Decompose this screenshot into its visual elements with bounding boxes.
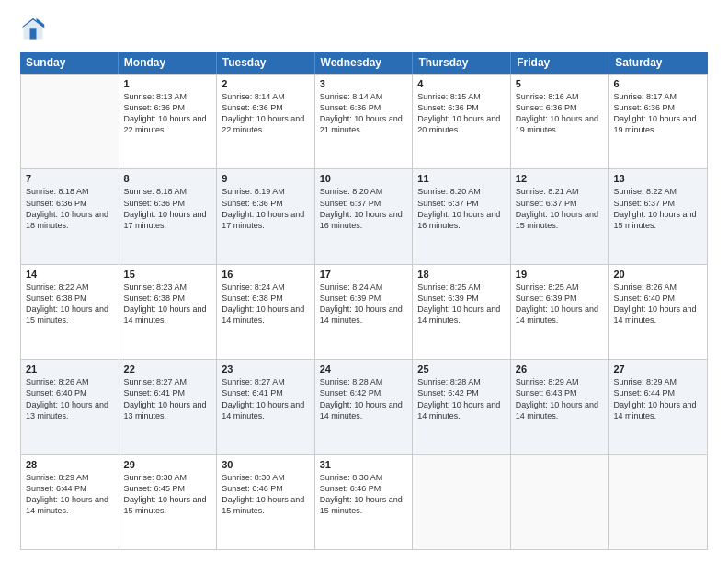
day-info: Sunrise: 8:25 AM Sunset: 6:39 PM Dayligh… xyxy=(417,282,506,327)
day-info: Sunrise: 8:24 AM Sunset: 6:38 PM Dayligh… xyxy=(222,282,310,327)
day-number: 26 xyxy=(516,363,604,374)
day-cell-2: 2Sunrise: 8:14 AM Sunset: 6:36 PM Daylig… xyxy=(217,75,315,168)
day-info: Sunrise: 8:18 AM Sunset: 6:36 PM Dayligh… xyxy=(26,186,114,231)
day-cell-21: 21Sunrise: 8:26 AM Sunset: 6:40 PM Dayli… xyxy=(21,360,119,454)
day-cell-19: 19Sunrise: 8:25 AM Sunset: 6:39 PM Dayli… xyxy=(511,265,609,359)
day-cell-20: 20Sunrise: 8:26 AM Sunset: 6:40 PM Dayli… xyxy=(609,265,707,359)
day-number: 11 xyxy=(417,173,506,184)
day-cell-14: 14Sunrise: 8:22 AM Sunset: 6:38 PM Dayli… xyxy=(21,265,119,359)
calendar-body: 1Sunrise: 8:13 AM Sunset: 6:36 PM Daylig… xyxy=(20,74,708,550)
weekday-header-friday: Friday xyxy=(511,52,609,74)
svg-rect-4 xyxy=(30,28,37,39)
empty-cell-4-4 xyxy=(413,455,511,549)
empty-cell-0-0 xyxy=(21,75,119,168)
weekday-header-thursday: Thursday xyxy=(413,52,511,74)
day-cell-4: 4Sunrise: 8:15 AM Sunset: 6:36 PM Daylig… xyxy=(413,75,511,168)
logo xyxy=(20,17,50,42)
day-info: Sunrise: 8:20 AM Sunset: 6:37 PM Dayligh… xyxy=(417,186,506,231)
page-header xyxy=(20,17,708,42)
day-cell-30: 30Sunrise: 8:30 AM Sunset: 6:46 PM Dayli… xyxy=(217,455,315,549)
day-number: 5 xyxy=(516,78,604,89)
day-number: 23 xyxy=(222,363,310,374)
day-info: Sunrise: 8:27 AM Sunset: 6:41 PM Dayligh… xyxy=(222,376,310,421)
day-number: 9 xyxy=(222,173,310,184)
day-info: Sunrise: 8:18 AM Sunset: 6:36 PM Dayligh… xyxy=(124,186,212,231)
day-cell-27: 27Sunrise: 8:29 AM Sunset: 6:44 PM Dayli… xyxy=(609,360,707,454)
day-number: 3 xyxy=(320,78,408,89)
day-number: 18 xyxy=(417,269,506,280)
day-cell-5: 5Sunrise: 8:16 AM Sunset: 6:36 PM Daylig… xyxy=(511,75,609,168)
day-cell-13: 13Sunrise: 8:22 AM Sunset: 6:37 PM Dayli… xyxy=(609,169,707,263)
weekday-header-wednesday: Wednesday xyxy=(315,52,414,74)
day-number: 24 xyxy=(320,363,408,374)
weekday-header-sunday: Sunday xyxy=(20,52,119,74)
day-cell-23: 23Sunrise: 8:27 AM Sunset: 6:41 PM Dayli… xyxy=(217,360,315,454)
day-number: 17 xyxy=(320,269,408,280)
calendar-row-0: 1Sunrise: 8:13 AM Sunset: 6:36 PM Daylig… xyxy=(21,74,707,168)
day-number: 30 xyxy=(222,459,310,470)
day-info: Sunrise: 8:30 AM Sunset: 6:45 PM Dayligh… xyxy=(124,472,212,517)
day-number: 22 xyxy=(124,363,212,374)
calendar-row-1: 7Sunrise: 8:18 AM Sunset: 6:36 PM Daylig… xyxy=(21,168,707,263)
calendar-row-3: 21Sunrise: 8:26 AM Sunset: 6:40 PM Dayli… xyxy=(21,359,707,454)
logo-icon xyxy=(20,17,46,42)
day-info: Sunrise: 8:30 AM Sunset: 6:46 PM Dayligh… xyxy=(222,472,310,517)
day-info: Sunrise: 8:28 AM Sunset: 6:42 PM Dayligh… xyxy=(320,376,408,421)
day-cell-12: 12Sunrise: 8:21 AM Sunset: 6:37 PM Dayli… xyxy=(511,169,609,263)
day-number: 14 xyxy=(26,269,114,280)
day-cell-17: 17Sunrise: 8:24 AM Sunset: 6:39 PM Dayli… xyxy=(315,265,414,359)
day-number: 20 xyxy=(613,269,702,280)
day-info: Sunrise: 8:14 AM Sunset: 6:36 PM Dayligh… xyxy=(222,91,310,136)
day-info: Sunrise: 8:22 AM Sunset: 6:38 PM Dayligh… xyxy=(26,282,114,327)
day-info: Sunrise: 8:19 AM Sunset: 6:36 PM Dayligh… xyxy=(222,186,310,231)
weekday-header-tuesday: Tuesday xyxy=(217,52,315,74)
day-info: Sunrise: 8:13 AM Sunset: 6:36 PM Dayligh… xyxy=(124,91,212,136)
day-info: Sunrise: 8:22 AM Sunset: 6:37 PM Dayligh… xyxy=(613,186,702,231)
day-number: 12 xyxy=(516,173,604,184)
calendar-row-2: 14Sunrise: 8:22 AM Sunset: 6:38 PM Dayli… xyxy=(21,264,707,359)
day-info: Sunrise: 8:26 AM Sunset: 6:40 PM Dayligh… xyxy=(26,376,114,421)
day-info: Sunrise: 8:28 AM Sunset: 6:42 PM Dayligh… xyxy=(417,376,506,421)
day-cell-24: 24Sunrise: 8:28 AM Sunset: 6:42 PM Dayli… xyxy=(315,360,414,454)
day-info: Sunrise: 8:30 AM Sunset: 6:46 PM Dayligh… xyxy=(320,472,408,517)
day-info: Sunrise: 8:26 AM Sunset: 6:40 PM Dayligh… xyxy=(613,282,702,327)
calendar-header: SundayMondayTuesdayWednesdayThursdayFrid… xyxy=(20,52,708,74)
day-cell-3: 3Sunrise: 8:14 AM Sunset: 6:36 PM Daylig… xyxy=(315,75,414,168)
day-cell-7: 7Sunrise: 8:18 AM Sunset: 6:36 PM Daylig… xyxy=(21,169,119,263)
day-number: 8 xyxy=(124,173,212,184)
day-cell-9: 9Sunrise: 8:19 AM Sunset: 6:36 PM Daylig… xyxy=(217,169,315,263)
day-number: 6 xyxy=(613,78,702,89)
day-cell-11: 11Sunrise: 8:20 AM Sunset: 6:37 PM Dayli… xyxy=(413,169,511,263)
day-cell-25: 25Sunrise: 8:28 AM Sunset: 6:42 PM Dayli… xyxy=(413,360,511,454)
day-number: 1 xyxy=(124,78,212,89)
day-info: Sunrise: 8:17 AM Sunset: 6:36 PM Dayligh… xyxy=(613,91,702,136)
day-number: 19 xyxy=(516,269,604,280)
day-cell-15: 15Sunrise: 8:23 AM Sunset: 6:38 PM Dayli… xyxy=(119,265,218,359)
day-cell-22: 22Sunrise: 8:27 AM Sunset: 6:41 PM Dayli… xyxy=(119,360,218,454)
day-info: Sunrise: 8:24 AM Sunset: 6:39 PM Dayligh… xyxy=(320,282,408,327)
day-info: Sunrise: 8:15 AM Sunset: 6:36 PM Dayligh… xyxy=(417,91,506,136)
day-info: Sunrise: 8:27 AM Sunset: 6:41 PM Dayligh… xyxy=(124,376,212,421)
day-info: Sunrise: 8:23 AM Sunset: 6:38 PM Dayligh… xyxy=(124,282,212,327)
day-number: 25 xyxy=(417,363,506,374)
calendar-row-4: 28Sunrise: 8:29 AM Sunset: 6:44 PM Dayli… xyxy=(21,454,707,549)
day-info: Sunrise: 8:16 AM Sunset: 6:36 PM Dayligh… xyxy=(516,91,604,136)
day-number: 10 xyxy=(320,173,408,184)
day-number: 28 xyxy=(26,459,114,470)
day-cell-18: 18Sunrise: 8:25 AM Sunset: 6:39 PM Dayli… xyxy=(413,265,511,359)
day-number: 7 xyxy=(26,173,114,184)
day-number: 15 xyxy=(124,269,212,280)
day-info: Sunrise: 8:29 AM Sunset: 6:44 PM Dayligh… xyxy=(613,376,702,421)
day-cell-28: 28Sunrise: 8:29 AM Sunset: 6:44 PM Dayli… xyxy=(21,455,119,549)
day-number: 13 xyxy=(613,173,702,184)
day-cell-1: 1Sunrise: 8:13 AM Sunset: 6:36 PM Daylig… xyxy=(119,75,218,168)
weekday-header-monday: Monday xyxy=(119,52,217,74)
day-number: 27 xyxy=(613,363,702,374)
day-info: Sunrise: 8:29 AM Sunset: 6:44 PM Dayligh… xyxy=(26,472,114,517)
day-info: Sunrise: 8:29 AM Sunset: 6:43 PM Dayligh… xyxy=(516,376,604,421)
day-cell-26: 26Sunrise: 8:29 AM Sunset: 6:43 PM Dayli… xyxy=(511,360,609,454)
day-cell-16: 16Sunrise: 8:24 AM Sunset: 6:38 PM Dayli… xyxy=(217,265,315,359)
day-cell-6: 6Sunrise: 8:17 AM Sunset: 6:36 PM Daylig… xyxy=(609,75,707,168)
day-info: Sunrise: 8:20 AM Sunset: 6:37 PM Dayligh… xyxy=(320,186,408,231)
day-number: 4 xyxy=(417,78,506,89)
